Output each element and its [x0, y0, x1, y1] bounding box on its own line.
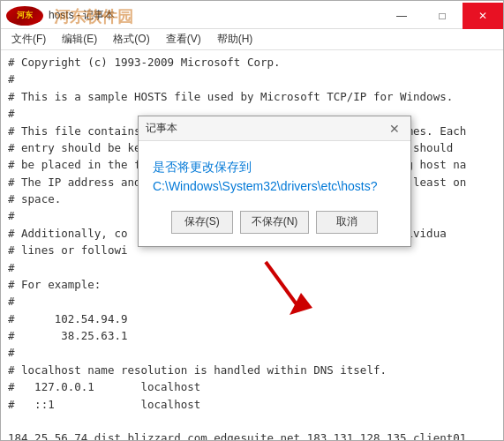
- dialog-title: 记事本: [146, 121, 177, 136]
- dialog-overlay: 记事本 ✕ 是否将更改保存到 C:\Windows\System32\drive…: [1, 1, 503, 440]
- dialog-message: 是否将更改保存到 C:\Windows\System32\drivers\etc…: [153, 157, 396, 197]
- save-button[interactable]: 保存(S): [171, 211, 233, 234]
- dialog-body: 是否将更改保存到 C:\Windows\System32\drivers\etc…: [139, 141, 410, 246]
- dialog-title-bar: 记事本 ✕: [139, 116, 410, 141]
- notepad-window: 河东 hosts - 记事本 — □ ✕ 河东软件园 文件(F) 编辑(E) 格…: [0, 0, 504, 441]
- cancel-button[interactable]: 取消: [316, 211, 378, 234]
- dialog-message-line2: C:\Windows\System32\drivers\etc\hosts?: [153, 179, 377, 193]
- dialog-message-line1: 是否将更改保存到: [153, 160, 252, 174]
- dialog-close-button[interactable]: ✕: [386, 120, 403, 138]
- save-dialog: 记事本 ✕ 是否将更改保存到 C:\Windows\System32\drive…: [138, 116, 411, 247]
- nosave-button[interactable]: 不保存(N): [240, 211, 310, 234]
- dialog-buttons: 保存(S) 不保存(N) 取消: [153, 211, 396, 234]
